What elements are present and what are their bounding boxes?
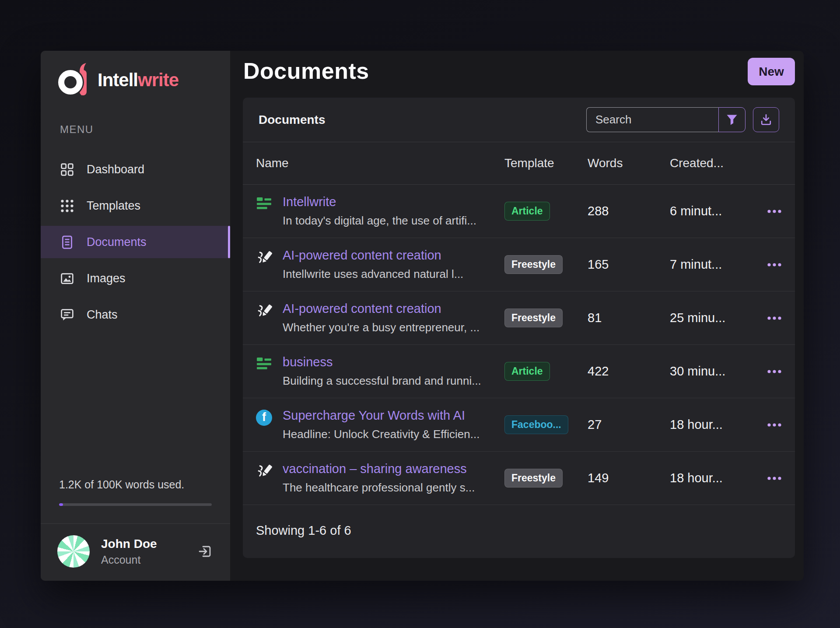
document-title-link[interactable]: business (283, 355, 481, 369)
freestyle-pen-icon (256, 303, 272, 319)
created-time: 6 minut... (670, 204, 757, 218)
document-excerpt: Whether you're a busy entrepreneur, ... (283, 321, 480, 334)
row-menu-button[interactable] (767, 422, 782, 428)
download-icon (759, 113, 773, 127)
column-header-template: Template (504, 156, 588, 170)
column-header-created: Created... (670, 156, 757, 170)
dashboard-grid-icon (60, 162, 74, 177)
facebook-icon: f (256, 410, 272, 426)
words-count: 27 (588, 417, 670, 432)
sidebar-item-images[interactable]: Images (41, 262, 230, 295)
row-menu-button[interactable] (767, 369, 782, 374)
filter-funnel-icon (725, 113, 739, 127)
user-subtitle: Account (101, 554, 157, 566)
document-excerpt: Headline: Unlock Creativity & Efficien..… (283, 428, 480, 441)
table-row[interactable]: Intellwrite In today's digital age, the … (243, 185, 795, 238)
freestyle-pen-icon (256, 249, 272, 266)
words-count: 422 (588, 364, 670, 379)
template-badge: Article (504, 202, 550, 221)
document-excerpt: In today's digital age, the use of artif… (283, 214, 476, 228)
created-time: 7 minut... (670, 257, 757, 272)
created-time: 25 minu... (670, 311, 757, 325)
words-count: 149 (588, 471, 670, 485)
usage-text: 1.2K of 100K words used. (59, 478, 212, 491)
words-count: 81 (588, 311, 670, 325)
page-title: Documents (243, 58, 369, 84)
created-time: 18 hour... (670, 471, 757, 485)
new-document-button[interactable]: New (748, 58, 795, 85)
panel-tools (586, 107, 779, 132)
sidebar-item-label: Images (87, 272, 126, 285)
avatar (57, 535, 90, 568)
table-header: Name Template Words Created... (243, 142, 795, 185)
usage-meter: 1.2K of 100K words used. (41, 478, 230, 506)
sidebar-item-dashboard[interactable]: Dashboard (41, 153, 230, 186)
sidebar-nav: Dashboard Templates Documents (41, 153, 230, 335)
brand-name: Intellwrite (98, 70, 178, 91)
created-time: 30 minu... (670, 364, 757, 379)
template-badge: Faceboo... (504, 415, 568, 434)
logout-icon[interactable] (197, 543, 214, 560)
search-input[interactable] (586, 107, 718, 132)
sidebar-item-documents[interactable]: Documents (41, 226, 230, 258)
row-menu-button[interactable] (767, 476, 782, 481)
row-menu-button[interactable] (767, 316, 782, 321)
row-menu-button[interactable] (767, 209, 782, 214)
column-header-name: Name (256, 156, 504, 170)
words-count: 165 (588, 257, 670, 272)
table-row[interactable]: AI-powered content creation Whether you'… (243, 291, 795, 345)
usage-progress-bar (59, 503, 212, 506)
document-title-link[interactable]: Intellwrite (283, 195, 476, 209)
menu-section-label: MENU (60, 123, 230, 136)
app-window: Intellwrite MENU Dashboard Templates (41, 51, 804, 581)
documents-panel: Documents (243, 98, 795, 558)
table-row[interactable]: business Building a successful brand and… (243, 345, 795, 398)
words-count: 288 (588, 204, 670, 218)
sidebar-item-templates[interactable]: Templates (41, 189, 230, 222)
sidebar-item-chats[interactable]: Chats (41, 298, 230, 331)
sidebar-item-label: Templates (87, 199, 140, 213)
table-row[interactable]: vaccination – sharing awareness The heal… (243, 452, 795, 505)
chat-bubble-icon (60, 308, 74, 322)
main-content: Documents New Documents (231, 51, 804, 581)
document-excerpt: Building a successful brand and runni... (283, 374, 481, 388)
article-icon (256, 356, 272, 372)
download-button[interactable] (753, 107, 779, 132)
templates-dots-icon (60, 199, 74, 213)
user-name: John Doe (101, 537, 157, 551)
account-button[interactable]: John Doe Account (41, 523, 230, 581)
document-title-link[interactable]: AI-powered content creation (283, 302, 480, 316)
panel-title: Documents (259, 113, 325, 127)
created-time: 18 hour... (670, 417, 757, 432)
column-header-words: Words (588, 156, 670, 170)
document-excerpt: Intellwrite uses advanced natural l... (283, 267, 463, 281)
brand-logo-icon (58, 62, 91, 98)
panel-header: Documents (243, 98, 795, 142)
template-badge: Article (504, 362, 550, 381)
pagination-status: Showing 1-6 of 6 (243, 505, 795, 556)
template-badge: Freestyle (504, 469, 563, 488)
search-group (586, 107, 746, 132)
template-badge: Freestyle (504, 309, 563, 327)
sidebar-item-label: Chats (87, 308, 118, 322)
table-row[interactable]: AI-powered content creation Intellwrite … (243, 238, 795, 291)
row-menu-button[interactable] (767, 262, 782, 267)
document-excerpt: The healthcare professional gently s... (283, 481, 475, 495)
filter-button[interactable] (718, 107, 746, 132)
table-row[interactable]: f Supercharge Your Words with AI Headlin… (243, 398, 795, 452)
document-icon (60, 235, 74, 249)
document-title-link[interactable]: Supercharge Your Words with AI (283, 408, 480, 423)
image-icon (60, 271, 74, 286)
template-badge: Freestyle (504, 255, 563, 274)
sidebar-item-label: Dashboard (87, 163, 144, 176)
article-icon (256, 196, 272, 212)
freestyle-pen-icon (256, 463, 272, 479)
sidebar-item-label: Documents (87, 235, 147, 249)
sidebar: Intellwrite MENU Dashboard Templates (41, 51, 231, 581)
page-header: Documents New (231, 51, 804, 85)
usage-progress-fill (59, 503, 63, 506)
document-title-link[interactable]: AI-powered content creation (283, 248, 463, 263)
document-title-link[interactable]: vaccination – sharing awareness (283, 462, 475, 476)
brand-logo: Intellwrite (41, 51, 230, 98)
